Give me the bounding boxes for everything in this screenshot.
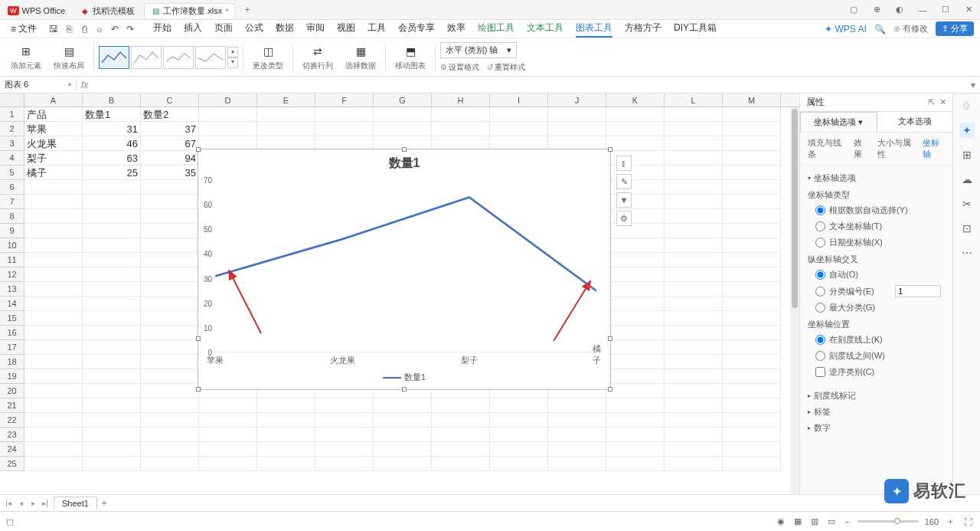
cell[interactable] — [723, 107, 781, 122]
cell[interactable] — [606, 122, 665, 136]
set-format-button[interactable]: ⚙设置格式 — [440, 62, 479, 73]
cell[interactable] — [665, 136, 723, 151]
select-data-button[interactable]: ▦选择数据 — [341, 44, 381, 71]
row-header[interactable]: 1 — [0, 107, 24, 122]
cell[interactable] — [257, 442, 315, 457]
wps-ai-button[interactable]: ✦ WPS AI — [825, 24, 867, 34]
row-header[interactable]: 23 — [0, 428, 24, 442]
cell[interactable] — [315, 107, 374, 122]
cell[interactable] — [606, 384, 665, 398]
add-element-button[interactable]: ⊞ 添加元素 — [6, 44, 46, 71]
cell[interactable] — [665, 311, 723, 326]
cell[interactable] — [606, 442, 665, 457]
preview-icon[interactable]: ☼ — [92, 24, 107, 34]
cell[interactable] — [606, 166, 665, 180]
zoom-in-icon[interactable]: ＋ — [945, 516, 956, 527]
cell[interactable] — [548, 428, 606, 442]
cell[interactable] — [490, 398, 548, 413]
cell[interactable] — [606, 151, 665, 166]
sheet-tab[interactable]: Sheet1 — [54, 497, 97, 510]
row-header[interactable]: 12 — [0, 267, 24, 282]
axis-options-section[interactable]: ▾坐标轴选项 — [808, 170, 945, 186]
col-header[interactable]: K — [606, 93, 665, 107]
select-all-corner[interactable] — [0, 93, 24, 107]
switch-rowcol-button[interactable]: ⇄切换行列 — [298, 44, 338, 71]
cell[interactable] — [606, 369, 665, 384]
row-header[interactable]: 22 — [0, 413, 24, 428]
cell[interactable] — [490, 107, 548, 122]
row-header[interactable]: 20 — [0, 384, 24, 398]
cell[interactable] — [83, 413, 141, 428]
chart-style-4[interactable] — [195, 46, 226, 69]
col-header[interactable]: C — [141, 93, 199, 107]
cell[interactable] — [83, 311, 141, 326]
cell[interactable] — [723, 428, 781, 442]
col-header[interactable]: M — [723, 93, 781, 107]
tab-workbook[interactable]: ▤ 工作簿数量.xlsx * — [144, 3, 235, 18]
chart-style-3[interactable] — [163, 46, 194, 69]
cell[interactable] — [723, 238, 781, 253]
cell[interactable] — [141, 180, 199, 195]
formula-bar[interactable] — [93, 84, 966, 87]
row-header[interactable]: 3 — [0, 136, 24, 151]
cell[interactable] — [606, 267, 665, 282]
col-header[interactable]: I — [490, 93, 548, 107]
help-icon[interactable]: ⊕ — [865, 0, 888, 20]
quick-layout-button[interactable]: ▤ 快速布局 — [49, 44, 89, 71]
chart[interactable]: 数量1 010203040506070 苹果火龙果梨子橘子 数量1 ⫿ ✎ ▼ … — [198, 149, 611, 390]
pane-close-icon[interactable]: ✕ — [939, 97, 946, 107]
cell[interactable] — [83, 195, 141, 209]
cell[interactable] — [723, 224, 781, 238]
cell[interactable] — [83, 238, 141, 253]
tab-draw[interactable]: 绘图工具 — [478, 20, 514, 38]
cell[interactable] — [665, 326, 723, 340]
modify-status[interactable]: ⊙ 有修改 — [893, 23, 928, 34]
cell[interactable] — [83, 369, 141, 384]
cell[interactable] — [141, 442, 199, 457]
cell[interactable] — [374, 107, 432, 122]
cell[interactable] — [141, 398, 199, 413]
cell[interactable]: 94 — [141, 151, 199, 166]
zoom-thumb[interactable] — [894, 518, 900, 524]
axis-type-date[interactable]: 日期坐标轴(X) — [808, 234, 945, 251]
cell[interactable] — [606, 253, 665, 267]
cell[interactable] — [606, 107, 665, 122]
tab-chart[interactable]: 图表工具 — [576, 20, 612, 38]
cell[interactable] — [24, 398, 83, 413]
row-header[interactable]: 2 — [0, 122, 24, 136]
cell[interactable] — [83, 428, 141, 442]
col-header[interactable]: B — [83, 93, 141, 107]
resize-handle[interactable] — [196, 336, 201, 341]
tab-tools[interactable]: 工具 — [368, 20, 386, 38]
chart-style-2[interactable] — [131, 46, 162, 69]
cell[interactable] — [141, 253, 199, 267]
cell[interactable] — [83, 340, 141, 355]
cell[interactable] — [665, 457, 723, 471]
cell[interactable] — [83, 253, 141, 267]
cell[interactable] — [24, 267, 83, 282]
tab-diy[interactable]: DIY工具箱 — [674, 20, 717, 38]
tab-view[interactable]: 视图 — [337, 20, 355, 38]
pos-between[interactable]: 刻度线之间(W) — [808, 348, 945, 364]
add-sheet-button[interactable]: ＋ — [97, 497, 111, 510]
cell[interactable] — [141, 282, 199, 297]
plot-area[interactable]: 010203040506070 苹果火龙果梨子橘子 — [215, 180, 596, 352]
cell[interactable] — [606, 311, 665, 326]
cell[interactable] — [83, 282, 141, 297]
cell[interactable] — [723, 282, 781, 297]
tab-tpl[interactable]: ◆ 找稻壳模板 — [74, 3, 141, 18]
cell[interactable] — [141, 355, 199, 369]
cell[interactable] — [24, 282, 83, 297]
cell[interactable] — [606, 209, 665, 224]
chart-styles-icon[interactable]: ✎ — [616, 174, 632, 189]
cell[interactable] — [83, 209, 141, 224]
cell[interactable] — [665, 384, 723, 398]
col-header[interactable]: L — [665, 93, 723, 107]
rail-link-icon[interactable]: ⊡ — [959, 221, 975, 236]
cell[interactable] — [606, 326, 665, 340]
cell[interactable] — [606, 413, 665, 428]
cell[interactable] — [83, 326, 141, 340]
fx-icon[interactable]: fx — [77, 80, 93, 90]
cell[interactable] — [606, 398, 665, 413]
cell[interactable] — [83, 297, 141, 311]
